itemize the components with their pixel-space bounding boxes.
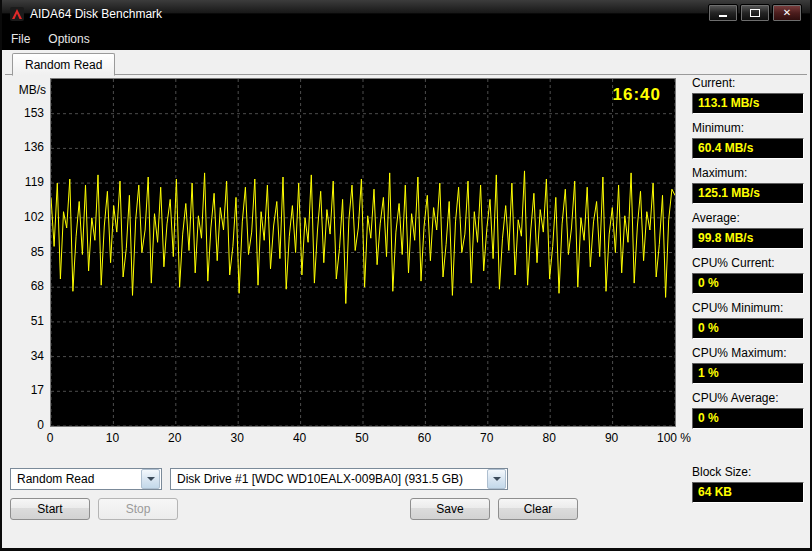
menu-options[interactable]: Options bbox=[39, 29, 98, 49]
stat-group: CPU% Average:0 % bbox=[692, 391, 804, 429]
drive-select-value: Disk Drive #1 [WDC WD10EALX-009BA0] (931… bbox=[171, 472, 487, 486]
window-title: AIDA64 Disk Benchmark bbox=[30, 7, 162, 21]
y-axis-tick-label: 102 bbox=[2, 210, 44, 224]
y-axis-title: MB/s bbox=[2, 83, 46, 97]
stat-label: CPU% Minimum: bbox=[692, 301, 804, 315]
stat-group: CPU% Maximum:1 % bbox=[692, 346, 804, 384]
stat-value: 113.1 MB/s bbox=[692, 93, 804, 114]
x-axis-tick-label: 70 bbox=[465, 431, 509, 445]
save-button[interactable]: Save bbox=[410, 498, 490, 520]
x-axis-tick-label: 60 bbox=[402, 431, 446, 445]
chevron-down-icon bbox=[141, 469, 160, 489]
chart-canvas bbox=[51, 79, 675, 426]
stat-group: Maximum:125.1 MB/s bbox=[692, 166, 804, 204]
y-axis-tick-label: 153 bbox=[2, 106, 44, 120]
stat-group: Average:99.8 MB/s bbox=[692, 211, 804, 249]
x-axis-tick-label: 40 bbox=[278, 431, 322, 445]
stat-value: 0 % bbox=[692, 273, 804, 294]
menu-bar: File Options bbox=[2, 28, 810, 50]
stat-group: Block Size:64 KB bbox=[692, 465, 804, 503]
stat-value: 0 % bbox=[692, 408, 804, 429]
stop-button[interactable]: Stop bbox=[98, 498, 178, 520]
close-icon: ✕ bbox=[783, 8, 791, 18]
app-window: AIDA64 Disk Benchmark ✕ File Options Ran… bbox=[0, 0, 812, 551]
chart-clock: 16:40 bbox=[613, 85, 661, 105]
x-axis-tick-label: 0 bbox=[28, 431, 72, 445]
x-axis-tick-label: 20 bbox=[153, 431, 197, 445]
maximize-button[interactable] bbox=[740, 4, 770, 22]
stat-group: Current:113.1 MB/s bbox=[692, 76, 804, 114]
stat-group: CPU% Minimum:0 % bbox=[692, 301, 804, 339]
stat-group: CPU% Current:0 % bbox=[692, 256, 804, 294]
stat-label: Minimum: bbox=[692, 121, 804, 135]
tab-strip-divider bbox=[5, 74, 807, 75]
tab-random-read[interactable]: Random Read bbox=[12, 53, 115, 76]
stat-label: CPU% Current: bbox=[692, 256, 804, 270]
start-button[interactable]: Start bbox=[10, 498, 90, 520]
stat-label: Block Size: bbox=[692, 465, 804, 479]
x-axis-tick-label: 90 bbox=[590, 431, 634, 445]
drive-select[interactable]: Disk Drive #1 [WDC WD10EALX-009BA0] (931… bbox=[170, 468, 508, 490]
chevron-down-icon bbox=[487, 469, 506, 489]
maximize-icon bbox=[750, 9, 760, 17]
x-axis-tick-label: 30 bbox=[215, 431, 259, 445]
benchmark-chart: 16:40 bbox=[50, 78, 676, 427]
y-axis-tick-label: 136 bbox=[2, 140, 44, 154]
menu-file[interactable]: File bbox=[2, 29, 39, 49]
stat-label: Average: bbox=[692, 211, 804, 225]
y-axis-tick-label: 119 bbox=[2, 175, 44, 189]
stat-value: 0 % bbox=[692, 318, 804, 339]
y-axis-tick-label: 0 bbox=[2, 418, 44, 432]
stat-value: 60.4 MB/s bbox=[692, 138, 804, 159]
stat-value: 64 KB bbox=[692, 482, 804, 503]
test-type-select[interactable]: Random Read bbox=[10, 468, 162, 490]
test-type-value: Random Read bbox=[11, 472, 141, 486]
stats-panel: Current:113.1 MB/sMinimum:60.4 MB/sMaxim… bbox=[692, 76, 804, 510]
stat-value: 1 % bbox=[692, 363, 804, 384]
close-button[interactable]: ✕ bbox=[772, 4, 802, 22]
x-axis-tick-label: 10 bbox=[90, 431, 134, 445]
x-axis-tick-label: 80 bbox=[527, 431, 571, 445]
stat-label: Current: bbox=[692, 76, 804, 90]
clear-button[interactable]: Clear bbox=[498, 498, 578, 520]
stat-value: 125.1 MB/s bbox=[692, 183, 804, 204]
minimize-button[interactable] bbox=[708, 4, 738, 22]
minimize-icon bbox=[719, 15, 727, 17]
stat-group: Minimum:60.4 MB/s bbox=[692, 121, 804, 159]
y-axis-tick-label: 85 bbox=[2, 245, 44, 259]
stat-label: Maximum: bbox=[692, 166, 804, 180]
y-axis-tick-label: 34 bbox=[2, 349, 44, 363]
y-axis-tick-label: 68 bbox=[2, 279, 44, 293]
stat-label: CPU% Average: bbox=[692, 391, 804, 405]
x-axis-tick-label: 50 bbox=[340, 431, 384, 445]
app-icon bbox=[9, 6, 25, 22]
y-axis-tick-label: 51 bbox=[2, 314, 44, 328]
y-axis-tick-label: 17 bbox=[2, 383, 44, 397]
stat-label: CPU% Maximum: bbox=[692, 346, 804, 360]
x-axis-tick-label: 100 % bbox=[652, 431, 696, 445]
title-bar[interactable]: AIDA64 Disk Benchmark ✕ bbox=[2, 0, 810, 28]
stat-value: 99.8 MB/s bbox=[692, 228, 804, 249]
